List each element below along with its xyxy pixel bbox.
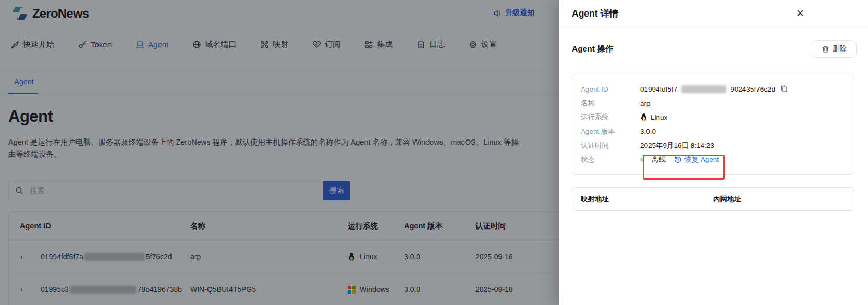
restore-icon bbox=[674, 156, 682, 163]
internal-address-header: 内网地址 bbox=[713, 195, 846, 204]
detail-row-os: 运行系统 Linux bbox=[581, 110, 846, 124]
detail-row-version: Agent 版本 3.0.0 bbox=[581, 125, 846, 138]
delete-agent-button[interactable]: 删除 bbox=[812, 40, 857, 58]
copy-icon[interactable] bbox=[780, 85, 788, 93]
drawer-title: Agent 详情 bbox=[572, 7, 618, 20]
redacted-id-blur bbox=[681, 85, 726, 93]
detail-row-name: 名称 arp bbox=[581, 96, 846, 110]
linux-tux-icon bbox=[640, 113, 647, 121]
zeronews-app: ZeroNews 升级通知 快速开始 bbox=[0, 0, 868, 305]
detail-row-status: 状态 离线 恢复 Agent bbox=[581, 153, 846, 167]
detail-row-auth-time: 认证时间 2025年9月16日 8:14:23 bbox=[581, 139, 846, 152]
mapping-address-card: 映射地址 内网地址 bbox=[572, 187, 854, 211]
trash-icon bbox=[822, 45, 829, 53]
status-offline-dot bbox=[640, 158, 644, 162]
drawer-section-title: Agent 操作 bbox=[572, 44, 613, 55]
drawer-header: Agent 详情 bbox=[559, 0, 868, 27]
modal-dim-overlay[interactable] bbox=[0, 0, 559, 305]
mapping-address-header: 映射地址 bbox=[581, 195, 713, 204]
close-icon[interactable]: ✕ bbox=[794, 7, 806, 20]
agent-detail-drawer: Agent 详情 ✕ Agent 操作 删除 Agent ID 01994fdf… bbox=[559, 0, 868, 305]
detail-row-agent-id: Agent ID 01994fdf5f7902435f76c2d bbox=[581, 82, 846, 96]
restore-agent-link[interactable]: 恢复 Agent bbox=[674, 155, 719, 164]
agent-details-card: Agent ID 01994fdf5f7902435f76c2d 名称 arp … bbox=[572, 74, 854, 175]
status-offline-text: 离线 bbox=[652, 155, 666, 164]
